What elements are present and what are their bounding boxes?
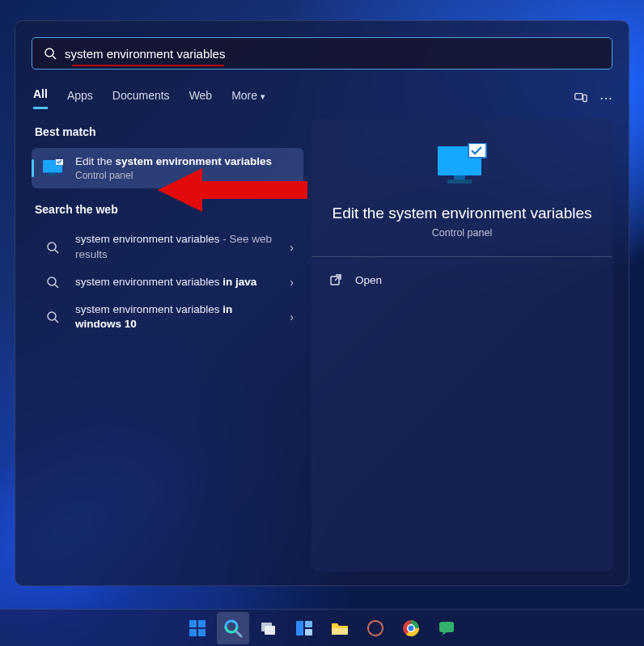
tab-more[interactable]: More▾ [231, 89, 265, 108]
chevron-right-icon: › [290, 310, 294, 323]
chat-button[interactable] [430, 612, 463, 644]
search-button[interactable] [217, 612, 249, 644]
svg-rect-6 [49, 173, 55, 175]
best-match-result[interactable]: Edit the system environment variables Co… [32, 148, 303, 188]
svg-rect-7 [48, 175, 58, 176]
svg-rect-33 [332, 628, 348, 635]
svg-point-35 [368, 621, 383, 635]
svg-line-11 [55, 285, 58, 288]
web-result[interactable]: system environment variables - See web r… [32, 226, 303, 268]
detail-pane: Edit the system environment variables Co… [311, 119, 612, 572]
svg-point-0 [45, 49, 53, 57]
search-web-heading: Search the web [35, 203, 303, 216]
filter-tabs: All Apps Documents Web More▾ ⋯ [33, 87, 612, 109]
svg-rect-31 [305, 621, 312, 627]
result-text: system environment variables - See web r… [75, 232, 278, 261]
svg-point-8 [48, 243, 56, 251]
svg-line-9 [55, 250, 58, 253]
svg-line-19 [335, 275, 341, 281]
svg-rect-29 [265, 626, 275, 635]
more-options-icon[interactable]: ⋯ [600, 91, 612, 106]
detail-title: Edit the system environment variables [329, 205, 595, 222]
svg-point-10 [48, 277, 56, 285]
svg-rect-22 [198, 620, 205, 627]
tab-all[interactable]: All [33, 87, 48, 109]
annotation-underline [72, 65, 224, 66]
app-button[interactable] [359, 612, 392, 644]
detail-sub: Control panel [329, 227, 595, 239]
result-text: Edit the system environment variables Co… [75, 154, 294, 182]
result-text: system environment variables in java [75, 275, 278, 289]
result-text: system environment variables in windows … [75, 302, 278, 331]
web-result[interactable]: system environment variables in java › [32, 268, 303, 296]
svg-rect-16 [454, 175, 465, 179]
open-external-icon [329, 273, 342, 286]
separator [311, 256, 612, 257]
start-search-panel: All Apps Documents Web More▾ ⋯ Best matc… [15, 20, 629, 586]
tab-apps[interactable]: Apps [67, 89, 93, 108]
taskbar [0, 609, 644, 646]
results-column: Best match Edit the system environment v… [32, 119, 303, 572]
open-label: Open [355, 274, 382, 286]
phone-link-icon[interactable] [574, 91, 588, 105]
monitor-large-icon [436, 143, 488, 188]
chrome-button[interactable] [395, 612, 427, 644]
best-match-heading: Best match [35, 125, 303, 138]
svg-rect-30 [296, 621, 303, 635]
start-button[interactable] [181, 612, 214, 644]
svg-rect-3 [583, 95, 587, 101]
svg-rect-23 [189, 629, 197, 636]
svg-rect-2 [575, 94, 583, 99]
widgets-button[interactable] [288, 612, 320, 644]
svg-rect-21 [189, 620, 197, 627]
chevron-down-icon: ▾ [261, 91, 265, 101]
svg-rect-32 [305, 629, 312, 635]
tab-web[interactable]: Web [189, 89, 213, 108]
search-icon [46, 241, 59, 254]
svg-point-12 [48, 312, 56, 320]
chevron-right-icon: › [290, 276, 294, 289]
svg-line-1 [53, 56, 56, 59]
svg-rect-39 [439, 622, 454, 632]
monitor-icon [42, 159, 63, 177]
search-icon [46, 310, 59, 323]
open-action[interactable]: Open [329, 264, 595, 296]
svg-line-13 [55, 319, 58, 323]
search-input[interactable] [65, 47, 600, 61]
svg-line-27 [236, 631, 241, 636]
svg-rect-17 [447, 179, 472, 184]
chevron-right-icon: › [290, 241, 294, 254]
task-view-button[interactable] [252, 612, 285, 644]
file-explorer-button[interactable] [324, 612, 356, 644]
tab-documents[interactable]: Documents [112, 89, 170, 108]
search-icon [44, 47, 57, 60]
svg-rect-24 [198, 629, 205, 636]
svg-point-38 [409, 625, 414, 631]
web-result[interactable]: system environment variables in windows … [32, 296, 303, 338]
search-icon [46, 276, 59, 289]
